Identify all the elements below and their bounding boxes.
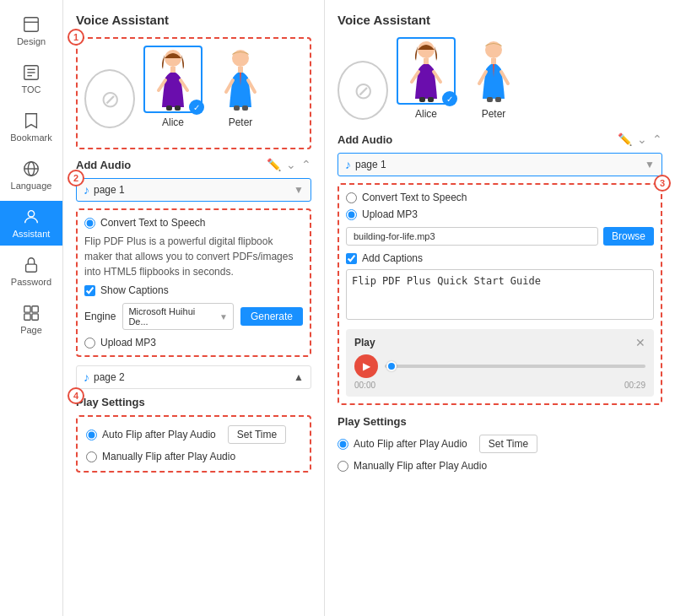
- svg-rect-30: [424, 58, 429, 64]
- annotation-1: 1: [68, 29, 84, 46]
- set-time-button-right[interactable]: Set Time: [479, 435, 537, 453]
- up-icon[interactable]: ⌄: [286, 158, 296, 171]
- show-captions-label: Show Captions: [100, 284, 169, 296]
- right-upload-mp3-radio[interactable]: Upload MP3: [346, 208, 654, 220]
- show-captions-checkbox[interactable]: [84, 285, 95, 296]
- upload-mp3-radio[interactable]: Upload MP3: [84, 337, 303, 349]
- svg-rect-24: [238, 67, 243, 73]
- page2-row[interactable]: ♪ page 2 ▲: [76, 365, 311, 389]
- sidebar-item-language[interactable]: Language: [0, 153, 62, 197]
- right-character-none[interactable]: ⊘: [338, 61, 388, 120]
- add-captions-checkbox[interactable]: [346, 253, 357, 264]
- sidebar-item-assistant[interactable]: Assistant: [0, 201, 62, 246]
- character-alice[interactable]: ✓ Alice: [143, 46, 202, 128]
- svg-rect-37: [487, 97, 493, 102]
- browse-button[interactable]: Browse: [603, 227, 654, 246]
- auto-flip-radio-input[interactable]: [86, 430, 97, 440]
- right-convert-text-radio-input[interactable]: [346, 192, 357, 203]
- alice-avatar: ✓: [143, 46, 202, 113]
- right-convert-text-label: Convert Text to Speech: [362, 192, 467, 203]
- annotation-2: 2: [68, 170, 84, 186]
- sidebar-item-design[interactable]: Design: [0, 8, 62, 53]
- captions-textarea[interactable]: [346, 269, 654, 320]
- right-down-icon[interactable]: ⌃: [652, 132, 662, 146]
- add-audio-icons: ✏️ ⌄ ⌃: [267, 158, 311, 171]
- auto-flip-label: Auto Flip after Play Audio: [102, 429, 216, 440]
- right-manually-flip-radio[interactable]: Manually Flip after Play Audio: [338, 460, 662, 472]
- annotation-3: 3: [654, 175, 671, 192]
- right-panel-title: Voice Assistant: [338, 13, 662, 27]
- right-music-icon: ♪: [345, 158, 351, 171]
- character-none[interactable]: ⊘: [84, 69, 135, 128]
- page-icon: [22, 304, 40, 322]
- right-peter-label: Peter: [482, 108, 506, 120]
- engine-select[interactable]: Microsoft Huihui De... ▼: [122, 303, 234, 330]
- right-peter-figure: [471, 40, 517, 103]
- right-convert-text-radio[interactable]: Convert Text to Speech: [346, 192, 654, 203]
- progress-thumb: [386, 361, 397, 371]
- sidebar-item-password[interactable]: Password: [0, 249, 62, 294]
- show-captions-item[interactable]: Show Captions: [84, 284, 303, 296]
- right-panel: Voice Assistant ⊘: [325, 0, 675, 616]
- character-peter[interactable]: Peter: [211, 46, 270, 128]
- add-audio-header: Add Audio ✏️ ⌄ ⌃: [76, 158, 311, 171]
- svg-rect-14: [32, 314, 38, 320]
- play-button[interactable]: ▶: [354, 354, 378, 378]
- right-pencil-icon[interactable]: ✏️: [618, 132, 632, 146]
- right-upload-mp3-radio-input[interactable]: [346, 209, 357, 220]
- right-character-peter[interactable]: Peter: [464, 37, 523, 120]
- progress-track[interactable]: [385, 365, 645, 368]
- music-icon-left: ♪: [84, 183, 89, 197]
- page1-row[interactable]: ♪ page 1 ▼: [76, 178, 311, 202]
- right-alice-avatar: ✓: [397, 37, 456, 105]
- add-captions-item[interactable]: Add Captions: [346, 252, 654, 264]
- svg-rect-10: [26, 264, 37, 272]
- svg-rect-18: [170, 67, 176, 73]
- right-character-alice[interactable]: ✓ Alice: [397, 37, 456, 120]
- upload-dashed-box: Convert Text to Speech Upload MP3 buildi…: [338, 183, 662, 405]
- page1-section: 2 ♪ page 1 ▼: [76, 178, 311, 202]
- no-character-icon: ⊘: [84, 69, 135, 128]
- annotation-4: 4: [68, 387, 84, 404]
- engine-value: Microsoft Huihui De...: [128, 306, 216, 327]
- play-bar: Play ✕ ▶ 00:00 00:29: [346, 329, 654, 397]
- right-no-character-icon: ⊘: [338, 61, 388, 120]
- assistant-icon: [22, 208, 40, 226]
- alice-label: Alice: [162, 116, 184, 128]
- auto-flip-radio[interactable]: Auto Flip after Play Audio Set Time: [86, 425, 301, 444]
- right-up-icon[interactable]: ⌄: [637, 132, 647, 146]
- file-name: building-for-life.mp3: [354, 231, 435, 241]
- manually-flip-radio-input[interactable]: [86, 451, 97, 462]
- right-auto-flip-radio[interactable]: Auto Flip after Play Audio Set Time: [338, 435, 662, 453]
- upload-mp3-radio-input[interactable]: [84, 338, 95, 349]
- generate-button[interactable]: Generate: [240, 307, 303, 326]
- manually-flip-label: Manually Flip after Play Audio: [102, 451, 235, 462]
- sidebar: Design TOC Bookmark Language Assistant P…: [0, 0, 63, 616]
- right-peter-avatar: [464, 37, 523, 105]
- main-content: Voice Assistant 1 ⊘: [63, 0, 675, 616]
- right-upload-mp3-label: Upload MP3: [362, 208, 418, 220]
- left-panel: Voice Assistant 1 ⊘: [63, 0, 325, 616]
- language-icon: [22, 159, 40, 178]
- engine-label: Engine: [84, 311, 116, 322]
- right-manually-flip-radio-input[interactable]: [338, 461, 348, 472]
- convert-text-radio-input[interactable]: [84, 218, 95, 229]
- alice-figure: [150, 48, 197, 111]
- upload-row: building-for-life.mp3 Browse: [346, 227, 654, 246]
- pencil-icon[interactable]: ✏️: [267, 158, 281, 171]
- sidebar-item-bookmark[interactable]: Bookmark: [0, 105, 62, 149]
- manually-flip-radio[interactable]: Manually Flip after Play Audio: [86, 451, 301, 462]
- svg-rect-0: [24, 18, 39, 32]
- left-panel-title: Voice Assistant: [76, 13, 311, 27]
- set-time-button-left[interactable]: Set Time: [228, 425, 286, 444]
- right-page1-row[interactable]: ♪ page 1 ▼: [338, 153, 662, 176]
- right-auto-flip-radio-input[interactable]: [338, 439, 348, 450]
- svg-rect-12: [32, 306, 38, 312]
- right-characters-list: ⊘ ✓: [338, 37, 662, 120]
- convert-text-radio[interactable]: Convert Text to Speech: [84, 217, 303, 229]
- right-alice-label: Alice: [415, 108, 437, 120]
- play-close-icon[interactable]: ✕: [635, 336, 645, 349]
- down-icon[interactable]: ⌃: [301, 158, 311, 171]
- sidebar-item-toc[interactable]: TOC: [0, 57, 62, 101]
- sidebar-item-page[interactable]: Page: [0, 297, 62, 342]
